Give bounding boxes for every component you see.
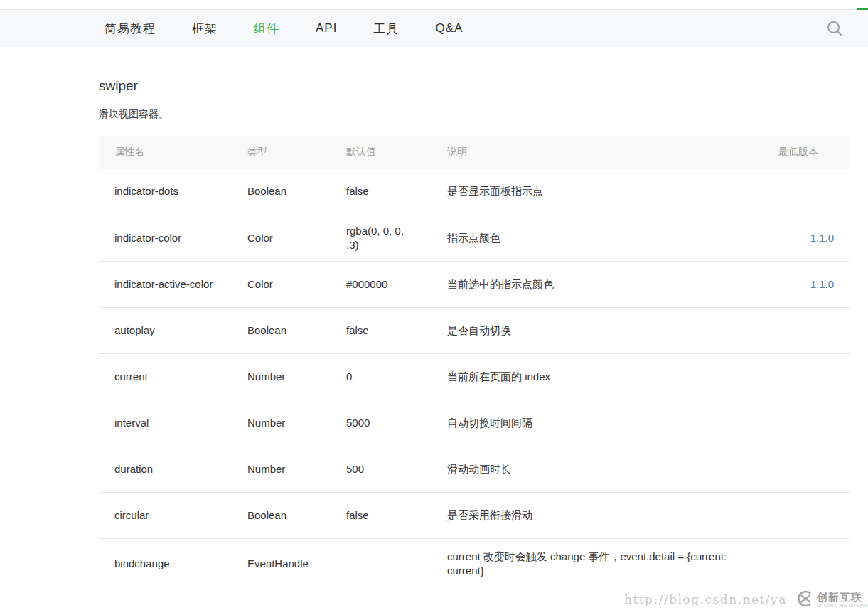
cell-min-version — [778, 538, 850, 589]
logo-text: 创新互联 — [817, 592, 868, 602]
cell-description: 是否采用衔接滑动 — [447, 492, 778, 538]
top-strip — [0, 0, 868, 10]
cell-type: Number — [247, 353, 346, 400]
cell-property: current — [99, 353, 247, 400]
cell-default: 5000 — [346, 400, 447, 446]
cell-default: 500 — [346, 446, 447, 492]
chuangxin-logo-icon — [796, 589, 815, 611]
header-default: 默认值 — [346, 136, 447, 169]
cell-description: 指示点颜色 — [447, 215, 778, 261]
cell-type: Boolean — [247, 307, 346, 353]
cell-description: 当前所在页面的 index — [447, 353, 778, 400]
cell-property: autoplay — [99, 307, 247, 353]
cell-default: rgba(0, 0, 0, .3) — [346, 215, 447, 261]
top-navbar: 简易教程 框架 组件 API 工具 Q&A — [0, 10, 868, 47]
cell-description: 是否显示面板指示点 — [447, 169, 778, 215]
version-link[interactable]: 1.1.0 — [810, 232, 834, 244]
cell-description: 是否自动切换 — [447, 307, 778, 353]
cell-default: #000000 — [346, 261, 447, 307]
cell-default: false — [346, 492, 447, 538]
header-description: 说明 — [447, 136, 778, 169]
cell-min-version — [778, 400, 850, 446]
properties-table: 属性名 类型 默认值 说明 最低版本 indicator-dots Boolea… — [99, 136, 850, 589]
cell-min-version — [778, 446, 850, 492]
cell-default: false — [346, 307, 447, 353]
table-row: duration Number 500 滑动动画时长 — [99, 446, 850, 492]
page-description: 滑块视图容器。 — [99, 108, 850, 121]
nav-item-api[interactable]: API — [316, 21, 337, 36]
watermark-url: http://blog.csdn.net/ya — [624, 592, 787, 606]
table-header-row: 属性名 类型 默认值 说明 最低版本 — [99, 136, 850, 169]
table-row: interval Number 5000 自动切换时间间隔 — [99, 400, 850, 446]
cell-type: Boolean — [247, 492, 346, 538]
cell-default: 0 — [346, 353, 447, 400]
watermark-logo: 创新互联 CHUANG XIN HU LIAN — [796, 584, 868, 615]
table-row: autoplay Boolean false 是否自动切换 — [99, 307, 850, 353]
cell-property: bindchange — [99, 538, 247, 589]
header-type: 类型 — [247, 136, 346, 169]
table-row: circular Boolean false 是否采用衔接滑动 — [99, 492, 850, 538]
search-icon[interactable] — [826, 20, 843, 37]
cell-default — [346, 538, 447, 589]
nav-item-qa[interactable]: Q&A — [435, 21, 463, 36]
cell-type: Number — [247, 400, 346, 446]
cell-description: current 改变时会触发 change 事件，event.detail = … — [447, 538, 778, 589]
cell-property: indicator-dots — [99, 169, 247, 215]
cell-description: 当前选中的指示点颜色 — [447, 261, 778, 307]
cell-type: EventHandle — [247, 538, 346, 589]
cell-property: circular — [99, 492, 247, 538]
cell-min-version — [778, 492, 850, 538]
version-link[interactable]: 1.1.0 — [810, 278, 834, 290]
logo-subtext: CHUANG XIN HU LIAN — [817, 604, 868, 608]
table-row: bindchange EventHandle current 改变时会触发 ch… — [99, 538, 850, 589]
page-title: swiper — [99, 78, 850, 94]
cell-type: Color — [247, 261, 346, 307]
nav-item-framework[interactable]: 框架 — [192, 21, 218, 37]
nav-item-components[interactable]: 组件 — [254, 21, 279, 37]
cell-description: 滑动动画时长 — [447, 446, 778, 492]
cell-default: false — [346, 169, 447, 215]
cell-property: indicator-active-color — [99, 261, 247, 307]
cell-min-version: 1.1.0 — [778, 215, 850, 261]
nav-item-tools[interactable]: 工具 — [373, 21, 399, 37]
cell-property: indicator-color — [99, 215, 247, 261]
cell-property: interval — [99, 400, 247, 446]
table-row: indicator-color Color rgba(0, 0, 0, .3) … — [99, 215, 850, 261]
header-min-version: 最低版本 — [778, 136, 850, 169]
cell-type: Number — [247, 446, 346, 492]
cell-min-version — [778, 353, 850, 400]
cell-min-version — [778, 169, 850, 215]
content-area: swiper 滑块视图容器。 属性名 类型 默认值 说明 最低版本 indica… — [99, 78, 850, 589]
cell-type: Boolean — [247, 169, 346, 215]
table-row: indicator-active-color Color #000000 当前选… — [99, 261, 850, 307]
nav-item-tutorial[interactable]: 简易教程 — [105, 21, 156, 37]
cell-min-version: 1.1.0 — [778, 261, 850, 307]
table-row: indicator-dots Boolean false 是否显示面板指示点 — [99, 169, 850, 215]
table-row: current Number 0 当前所在页面的 index — [99, 353, 850, 400]
cell-min-version — [778, 307, 850, 353]
cell-type: Color — [247, 215, 346, 261]
cell-description: 自动切换时间间隔 — [447, 400, 778, 446]
cell-property: duration — [99, 446, 247, 492]
header-property: 属性名 — [99, 136, 247, 169]
